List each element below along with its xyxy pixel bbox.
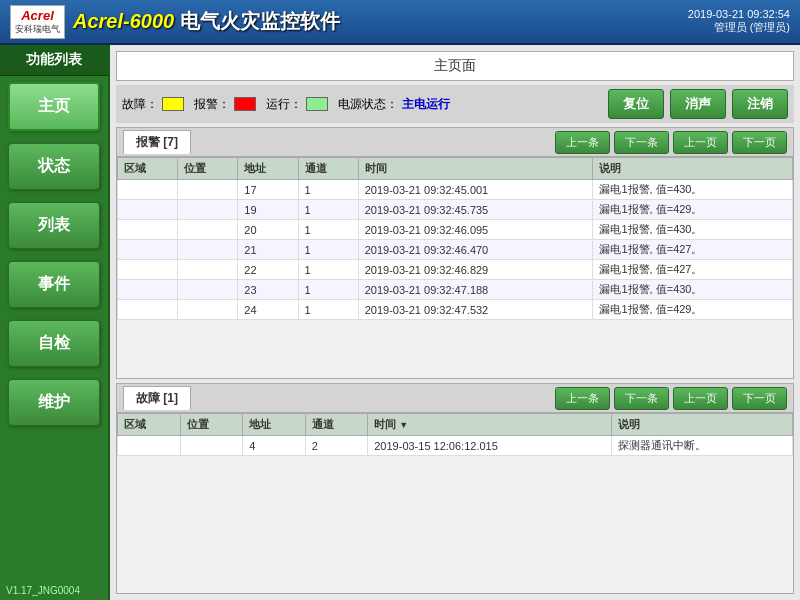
fault-tab: 故障 [1]: [123, 386, 191, 410]
col-location: 位置: [178, 158, 238, 180]
cell-desc: 漏电1报警, 值=430。: [593, 220, 793, 240]
title-part1: Acrel-6000: [73, 10, 174, 32]
alarm-tab: 报警 [7]: [123, 130, 191, 154]
cell-area: [118, 240, 178, 260]
fault-status: 故障：: [122, 96, 184, 113]
page-title: 主页面: [116, 51, 794, 81]
cell-channel: 1: [298, 200, 358, 220]
col-address: 地址: [238, 158, 298, 180]
cell-channel: 1: [298, 240, 358, 260]
cell-desc: 漏电1报警, 值=430。: [593, 280, 793, 300]
fault-next-page-btn[interactable]: 下一页: [732, 387, 787, 410]
logo-area: Acrel 安科瑞电气 Acrel-6000 电气火灾监控软件: [10, 5, 340, 39]
sidebar-header: 功能列表: [0, 45, 108, 76]
cell-address: 19: [238, 200, 298, 220]
main-layout: 功能列表 主页 状态 列表 事件 自检 维护 V1.17_JNG0004 主页面…: [0, 45, 800, 600]
fault-table-section: 故障 [1] 上一条 下一条 上一页 下一页 区域: [116, 383, 794, 594]
sidebar-item-home[interactable]: 主页: [8, 82, 100, 131]
cell-channel: 1: [298, 180, 358, 200]
fault-table-scroll[interactable]: 区域 位置 地址 通道 时间 ▼ 说明 422019-03-15 12:06:1…: [117, 413, 793, 593]
alarm-data-table: 区域 位置 地址 通道 时间 说明 1712019-03-21 09:32:45…: [117, 157, 793, 320]
fault-data-table: 区域 位置 地址 通道 时间 ▼ 说明 422019-03-15 12:06:1…: [117, 413, 793, 456]
logo-acrel-text: Acrel: [21, 8, 54, 23]
sidebar: 功能列表 主页 状态 列表 事件 自检 维护 V1.17_JNG0004: [0, 45, 110, 600]
cell-time: 2019-03-21 09:32:46.829: [358, 260, 593, 280]
tables-section: 报警 [7] 上一条 下一条 上一页 下一页 区域: [116, 127, 794, 594]
table-row: 1712019-03-21 09:32:45.001漏电1报警, 值=430。: [118, 180, 793, 200]
cell-time: 2019-03-15 12:06:12.015: [368, 436, 612, 456]
cell-address: 21: [238, 240, 298, 260]
cell-time: 2019-03-21 09:32:47.188: [358, 280, 593, 300]
cell-address: 22: [238, 260, 298, 280]
sidebar-item-list[interactable]: 列表: [8, 202, 100, 249]
cell-location: [178, 280, 238, 300]
cell-desc: 漏电1报警, 值=427。: [593, 260, 793, 280]
sidebar-item-selfcheck[interactable]: 自检: [8, 320, 100, 367]
fcol-area: 区域: [118, 414, 181, 436]
fault-prev-page-btn[interactable]: 上一页: [673, 387, 728, 410]
title-part2: 电气火灾监控软件: [174, 10, 340, 32]
sidebar-item-events[interactable]: 事件: [8, 261, 100, 308]
alarm-nav-buttons: 上一条 下一条 上一页 下一页: [555, 131, 787, 154]
cell-channel: 2: [305, 436, 368, 456]
alarm-status: 报警：: [194, 96, 256, 113]
fault-label: 故障：: [122, 96, 158, 113]
table-row: 2012019-03-21 09:32:46.095漏电1报警, 值=430。: [118, 220, 793, 240]
cell-location: [178, 240, 238, 260]
cell-address: 4: [243, 436, 306, 456]
sidebar-item-status[interactable]: 状态: [8, 143, 100, 190]
app-container: Acrel 安科瑞电气 Acrel-6000 电气火灾监控软件 2019-03-…: [0, 0, 800, 600]
fcol-channel: 通道: [305, 414, 368, 436]
cell-address: 24: [238, 300, 298, 320]
cell-desc: 漏电1报警, 值=429。: [593, 300, 793, 320]
alarm-prev-btn[interactable]: 上一条: [555, 131, 610, 154]
alarm-next-btn[interactable]: 下一条: [614, 131, 669, 154]
power-status: 电源状态： 主电运行: [338, 96, 450, 113]
logo-box: Acrel 安科瑞电气: [10, 5, 65, 39]
datetime-display: 2019-03-21 09:32:54: [688, 8, 790, 20]
mute-button[interactable]: 消声: [670, 89, 726, 119]
cell-time: 2019-03-21 09:32:45.735: [358, 200, 593, 220]
table-row: 1912019-03-21 09:32:45.735漏电1报警, 值=429。: [118, 200, 793, 220]
fault-prev-btn[interactable]: 上一条: [555, 387, 610, 410]
version-label: V1.17_JNG0004: [0, 581, 108, 600]
cell-location: [180, 436, 243, 456]
cell-desc: 漏电1报警, 值=430。: [593, 180, 793, 200]
cell-desc: 漏电1报警, 值=427。: [593, 240, 793, 260]
fcol-location: 位置: [180, 414, 243, 436]
cell-address: 20: [238, 220, 298, 240]
fault-next-btn[interactable]: 下一条: [614, 387, 669, 410]
col-time: 时间: [358, 158, 593, 180]
power-label: 电源状态：: [338, 96, 398, 113]
table-row: 2212019-03-21 09:32:46.829漏电1报警, 值=427。: [118, 260, 793, 280]
table-row: 2312019-03-21 09:32:47.188漏电1报警, 值=430。: [118, 280, 793, 300]
header: Acrel 安科瑞电气 Acrel-6000 电气火灾监控软件 2019-03-…: [0, 0, 800, 45]
running-status: 运行：: [266, 96, 328, 113]
status-bar: 故障： 报警： 运行： 电源状态： 主电运行 复位 消声: [116, 85, 794, 123]
table-row: 422019-03-15 12:06:12.015探测器通讯中断。: [118, 436, 793, 456]
alarm-table-scroll[interactable]: 区域 位置 地址 通道 时间 说明 1712019-03-21 09:32:45…: [117, 157, 793, 378]
cell-desc: 探测器通讯中断。: [612, 436, 793, 456]
alarm-prev-page-btn[interactable]: 上一页: [673, 131, 728, 154]
content-area: 主页面 故障： 报警： 运行： 电源状态： 主电运行: [110, 45, 800, 600]
cell-location: [178, 260, 238, 280]
cell-location: [178, 300, 238, 320]
fault-color-indicator: [162, 97, 184, 111]
fcol-address: 地址: [243, 414, 306, 436]
reset-button[interactable]: 复位: [608, 89, 664, 119]
alarm-color-indicator: [234, 97, 256, 111]
running-color-indicator: [306, 97, 328, 111]
power-value: 主电运行: [402, 96, 450, 113]
cell-time: 2019-03-21 09:32:46.470: [358, 240, 593, 260]
fault-table-header-row: 故障 [1] 上一条 下一条 上一页 下一页: [117, 384, 793, 413]
cell-address: 23: [238, 280, 298, 300]
alarm-next-page-btn[interactable]: 下一页: [732, 131, 787, 154]
cell-location: [178, 200, 238, 220]
sidebar-item-maintenance[interactable]: 维护: [8, 379, 100, 426]
table-row: 2412019-03-21 09:32:47.532漏电1报警, 值=429。: [118, 300, 793, 320]
cell-area: [118, 220, 178, 240]
cancel-button[interactable]: 注销: [732, 89, 788, 119]
cell-address: 17: [238, 180, 298, 200]
col-desc: 说明: [593, 158, 793, 180]
cell-channel: 1: [298, 220, 358, 240]
